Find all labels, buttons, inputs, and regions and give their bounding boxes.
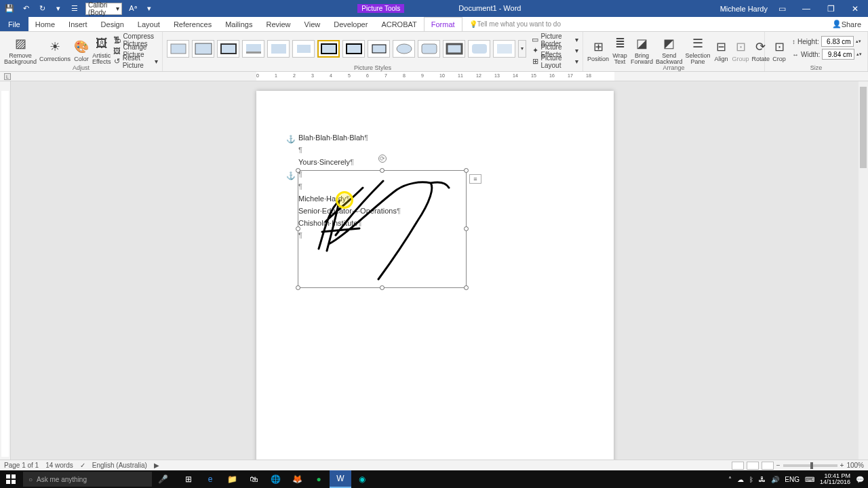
picture-styles-gallery[interactable]: ▾ — [167, 33, 526, 64]
resize-handle[interactable] — [296, 226, 300, 231]
tab-references[interactable]: References — [167, 17, 218, 31]
tab-insert[interactable]: Insert — [62, 17, 94, 31]
artistic-effects-button[interactable]: 🖼Artistic Effects — [92, 33, 111, 67]
svg-rect-12 — [422, 44, 437, 54]
page[interactable]: ⚓Blah·Blah·Blah·Blah¶ ¶ Yours·Sincerely¶… — [256, 91, 614, 470]
resize-handle[interactable] — [464, 168, 469, 173]
svg-rect-2 — [221, 44, 236, 54]
font-combo[interactable]: Calibri (Body▾ — [85, 3, 122, 15]
tab-format[interactable]: Format — [424, 17, 462, 31]
tab-layout[interactable]: Layout — [131, 17, 167, 31]
resize-handle[interactable] — [464, 226, 469, 231]
tell-me-search[interactable]: 💡 Tell me what you want to do — [462, 17, 825, 31]
svg-rect-14 — [472, 44, 487, 54]
redo-icon[interactable]: ↻ — [37, 3, 47, 14]
spotify-icon[interactable]: ● — [308, 470, 330, 488]
remove-background-button[interactable]: ▨Remove Background — [4, 33, 37, 67]
cortana-mic-icon[interactable]: 🎤 — [152, 470, 174, 488]
zoom-slider[interactable] — [783, 464, 837, 467]
web-layout-button[interactable] — [762, 462, 774, 470]
tab-acrobat[interactable]: ACROBAT — [374, 17, 423, 31]
color-button[interactable]: 🎨Color — [73, 33, 90, 67]
tab-home[interactable]: Home — [28, 17, 62, 31]
resize-handle[interactable] — [464, 285, 469, 290]
close-icon[interactable]: ✕ — [845, 0, 865, 17]
bluetooth-icon[interactable]: ᛒ — [749, 476, 753, 483]
tab-developer[interactable]: Developer — [327, 17, 374, 31]
tab-design[interactable]: Design — [94, 17, 131, 31]
horizontal-ruler[interactable]: L /*no-op*/ 0123456789101112131415161718 — [0, 72, 868, 81]
chrome-icon[interactable]: 🌐 — [264, 470, 286, 488]
resize-handle[interactable] — [380, 168, 384, 173]
group-button[interactable]: ⊡Group — [732, 33, 749, 67]
resize-handle[interactable] — [380, 285, 384, 290]
tab-view[interactable]: View — [298, 17, 328, 31]
file-tab[interactable]: File — [0, 17, 28, 31]
highlight-annotation — [336, 191, 353, 209]
undo-icon[interactable]: ↶ — [20, 3, 31, 14]
send-backward-button[interactable]: ◩Send Backward — [656, 33, 683, 67]
para-text: Blah·Blah·Blah·Blah — [298, 134, 364, 142]
language-status[interactable]: English (Australia) — [92, 462, 147, 469]
crop-button[interactable]: ⊡Crop — [769, 33, 789, 67]
onedrive-icon[interactable]: ☁ — [737, 476, 744, 483]
rotate-handle[interactable]: ⟳ — [378, 155, 387, 163]
action-center-icon[interactable]: 💬 — [856, 476, 864, 483]
svg-rect-19 — [12, 480, 16, 484]
touch-mode-icon[interactable]: ☰ — [69, 3, 80, 14]
minimize-icon[interactable]: — — [796, 0, 816, 17]
firefox-icon[interactable]: 🦊 — [286, 470, 308, 488]
save-icon[interactable]: 💾 — [4, 3, 15, 14]
volume-icon[interactable]: 🔊 — [771, 476, 779, 483]
zoom-out-button[interactable]: − — [776, 462, 781, 469]
word-count[interactable]: 14 words — [45, 462, 73, 469]
styles-icon[interactable]: Aᵃ — [127, 3, 138, 14]
bring-forward-button[interactable]: ◪Bring Forward — [631, 33, 653, 67]
resize-handle[interactable] — [296, 285, 300, 290]
macro-icon[interactable]: ▶ — [154, 462, 159, 469]
tab-selector[interactable]: L — [4, 73, 11, 80]
anchor-icon: ⚓ — [286, 169, 296, 182]
keyboard-icon[interactable]: ⌨ — [805, 476, 814, 483]
cortana-search[interactable]: ○ Ask me anything — [23, 472, 152, 487]
read-mode-button[interactable] — [732, 462, 744, 470]
tray-up-icon[interactable]: ˄ — [728, 476, 732, 483]
vertical-ruler[interactable] — [0, 81, 11, 470]
print-layout-button[interactable] — [747, 462, 759, 470]
app-icon[interactable]: ◉ — [351, 470, 373, 488]
language-indicator[interactable]: ENG — [785, 476, 800, 483]
tab-mailings[interactable]: Mailings — [218, 17, 259, 31]
qat-more-icon[interactable]: ▾ — [144, 3, 155, 14]
ribbon-options-icon[interactable]: ▭ — [772, 0, 792, 17]
window-title: Document1 - Word — [458, 4, 521, 13]
edge-icon[interactable]: e — [199, 470, 221, 488]
customize-qat-icon[interactable]: ▾ — [53, 3, 64, 14]
wrap-text-button[interactable]: ≣Wrap Text — [612, 33, 628, 67]
corrections-button[interactable]: ☀Corrections — [39, 33, 71, 67]
page-status[interactable]: Page 1 of 1 — [4, 462, 39, 469]
width-input[interactable] — [822, 49, 854, 60]
share-button[interactable]: 👤 Share — [825, 17, 868, 31]
restore-icon[interactable]: ❐ — [821, 0, 841, 17]
start-button[interactable] — [0, 470, 22, 488]
store-icon[interactable]: 🛍 — [243, 470, 264, 488]
svg-point-11 — [397, 44, 412, 54]
selected-picture[interactable]: ⟳ ≡ — [298, 170, 467, 288]
position-button[interactable]: ⊞Position — [587, 33, 609, 67]
task-view-icon[interactable]: ⊞ — [178, 470, 199, 488]
network-icon[interactable]: 🖧 — [759, 476, 766, 483]
align-button[interactable]: ⊟Align — [713, 33, 730, 67]
tab-review[interactable]: Review — [260, 17, 298, 31]
height-input[interactable] — [821, 36, 854, 47]
vertical-scrollbar[interactable] — [859, 81, 868, 470]
selection-pane-button[interactable]: ☰Selection Pane — [686, 33, 711, 67]
word-icon[interactable]: W — [330, 470, 351, 488]
layout-options-button[interactable]: ≡ — [469, 174, 481, 184]
resize-handle[interactable] — [296, 168, 300, 173]
width-icon: ↔ — [792, 51, 799, 58]
spell-check-icon[interactable]: ✓ — [80, 462, 85, 469]
zoom-level[interactable]: 100% — [846, 462, 864, 469]
zoom-in-button[interactable]: + — [840, 462, 844, 469]
clock[interactable]: 10:41 PM 14/11/2016 — [820, 473, 850, 485]
file-explorer-icon[interactable]: 📁 — [221, 470, 243, 488]
